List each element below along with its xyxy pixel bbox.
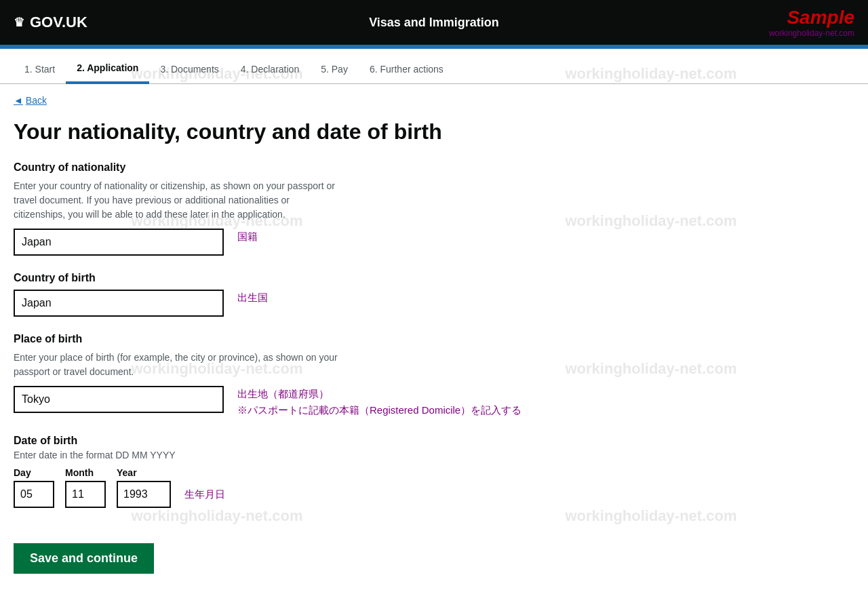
dob-annotation: 生年月日 [184, 467, 225, 503]
place-of-birth-input[interactable] [14, 386, 224, 413]
tab-application[interactable]: 2. Application [66, 57, 149, 84]
place-of-birth-row: 出生地（都道府県） ※パスポートに記載の本籍（Registered Domici… [14, 386, 637, 418]
dob-year-group: Year [117, 467, 171, 508]
gov-logo-text: GOV.UK [30, 14, 87, 31]
tab-further-actions[interactable]: 6. Further actions [359, 58, 454, 83]
country-of-nationality-label: Country of nationality [14, 161, 637, 174]
dob-day-group: Day [14, 467, 54, 508]
country-of-birth-group: Country of birth 出生国 [14, 272, 637, 317]
date-of-birth-label: Date of birth [14, 435, 637, 447]
header-title: Visas and Immigration [369, 16, 499, 30]
country-of-nationality-group: Country of nationality Enter your countr… [14, 161, 637, 256]
dob-fields: Day Month Year [14, 467, 171, 508]
dob-month-group: Month [65, 467, 106, 508]
nav-tabs: 1. Start 2. Application 3. Documents 4. … [0, 49, 868, 84]
tab-start[interactable]: 1. Start [14, 58, 66, 83]
header-left: ♛ GOV.UK [14, 14, 87, 31]
place-of-birth-hint: Enter your place of birth (for example, … [14, 351, 339, 379]
dob-month-label: Month [65, 467, 106, 478]
country-of-nationality-input[interactable] [14, 229, 224, 256]
dob-day-input[interactable] [14, 481, 54, 508]
dob-year-input[interactable] [117, 481, 171, 508]
back-label: Back [26, 95, 47, 106]
dob-month-input[interactable] [65, 481, 106, 508]
country-of-nationality-row: 国籍 [14, 229, 637, 256]
save-and-continue-button[interactable]: Save and continue [14, 543, 154, 574]
dob-year-label: Year [117, 467, 171, 478]
country-of-nationality-annotation: 国籍 [237, 229, 258, 245]
header: ♛ GOV.UK Visas and Immigration Sample wo… [0, 0, 868, 45]
place-of-birth-group: Place of birth Enter your place of birth… [14, 333, 637, 418]
header-right: Sample workingholiday-net.com [769, 7, 854, 38]
tab-declaration[interactable]: 4. Declaration [230, 58, 310, 83]
country-of-birth-annotation: 出生国 [237, 290, 268, 306]
back-link[interactable]: ◄ Back [0, 84, 868, 111]
place-of-birth-annotation-line2: ※パスポートに記載の本籍（Registered Domicile）を記入する [237, 402, 521, 418]
tab-documents[interactable]: 3. Documents [149, 58, 229, 83]
tab-pay[interactable]: 5. Pay [310, 58, 359, 83]
place-of-birth-annotation: 出生地（都道府県） ※パスポートに記載の本籍（Registered Domici… [237, 386, 521, 418]
date-of-birth-section: Date of birth Enter date in the format D… [14, 435, 637, 508]
gov-logo: ♛ GOV.UK [14, 14, 87, 31]
country-of-birth-row: 出生国 [14, 290, 637, 317]
sample-url: workingholiday-net.com [769, 28, 854, 38]
place-of-birth-label: Place of birth [14, 333, 637, 345]
country-of-nationality-hint: Enter your country of nationality or cit… [14, 179, 339, 222]
country-of-birth-label: Country of birth [14, 272, 637, 284]
sample-badge: Sample [769, 7, 854, 28]
crown-icon: ♛ [14, 15, 24, 30]
place-of-birth-annotation-line1: 出生地（都道府県） [237, 386, 521, 402]
date-of-birth-hint: Enter date in the format DD MM YYYY [14, 450, 637, 460]
back-arrow-icon: ◄ [14, 95, 23, 106]
dob-day-label: Day [14, 467, 54, 478]
main-content: Your nationality, country and date of bi… [0, 111, 651, 590]
page-title: Your nationality, country and date of bi… [14, 118, 637, 145]
country-of-birth-input[interactable] [14, 290, 224, 317]
